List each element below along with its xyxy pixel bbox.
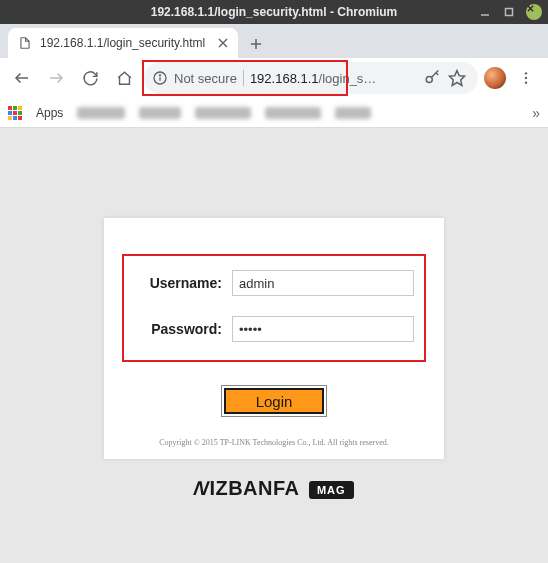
username-row: Username: [134, 270, 414, 296]
tab-strip: 192.168.1.1/login_security.html [0, 24, 548, 58]
back-button[interactable] [8, 64, 36, 92]
brand-tag: MAG [309, 481, 354, 499]
bookmark-item[interactable] [195, 107, 251, 119]
page-viewport: Username: Password: Login Copyright © 20… [0, 128, 548, 563]
tab-title: 192.168.1.1/login_security.html [40, 36, 210, 50]
svg-point-19 [525, 81, 527, 83]
close-button[interactable] [526, 4, 542, 20]
username-input[interactable] [232, 270, 414, 296]
svg-point-12 [159, 75, 160, 76]
bookmark-item[interactable] [335, 107, 371, 119]
key-icon[interactable] [424, 69, 442, 87]
login-button[interactable]: Login [224, 388, 324, 414]
window-title: 192.168.1.1/login_security.html - Chromi… [151, 5, 398, 19]
svg-rect-1 [506, 9, 513, 16]
omnibox-divider [243, 70, 244, 86]
bookmarks-bar: Apps » [0, 98, 548, 128]
browser-menu-button[interactable] [512, 64, 540, 92]
browser-chrome: 192.168.1.1/login_security.html [0, 24, 548, 128]
tab-close-icon[interactable] [218, 38, 228, 48]
security-label: Not secure [174, 71, 237, 86]
bookmark-item[interactable] [265, 107, 321, 119]
bookmark-star-icon[interactable] [448, 69, 466, 87]
address-bar[interactable]: Not secure 192.168.1.1/login_s… [144, 62, 478, 94]
svg-line-15 [436, 73, 438, 75]
bookmark-item[interactable] [139, 107, 181, 119]
svg-point-17 [525, 72, 527, 74]
url-path: /login_s… [319, 71, 377, 86]
login-panel: Username: Password: Login Copyright © 20… [104, 218, 444, 459]
url-host: 192.168.1.1 [250, 71, 319, 86]
bookmark-overflow-icon[interactable]: » [532, 105, 540, 121]
footer-logo: NIZBANFA MAG [104, 477, 444, 500]
profile-avatar[interactable] [484, 67, 506, 89]
apps-label[interactable]: Apps [36, 106, 63, 120]
forward-button[interactable] [42, 64, 70, 92]
site-info-icon[interactable] [152, 70, 168, 86]
page-icon [18, 36, 32, 50]
copyright-text: Copyright © 2015 TP-LINK Technologies Co… [122, 438, 426, 447]
password-label: Password: [134, 321, 222, 337]
password-row: Password: [134, 316, 414, 342]
maximize-button[interactable] [502, 5, 516, 19]
new-tab-button[interactable] [242, 30, 270, 58]
window-titlebar: 192.168.1.1/login_security.html - Chromi… [0, 0, 548, 24]
url-text: 192.168.1.1/login_s… [250, 71, 418, 86]
svg-marker-16 [450, 71, 465, 86]
apps-icon[interactable] [8, 106, 22, 120]
svg-point-18 [525, 77, 527, 79]
username-label: Username: [134, 275, 222, 291]
bookmark-item[interactable] [77, 107, 125, 119]
browser-toolbar: Not secure 192.168.1.1/login_s… [0, 58, 548, 98]
window-controls [478, 4, 542, 20]
password-input[interactable] [232, 316, 414, 342]
home-button[interactable] [110, 64, 138, 92]
browser-tab[interactable]: 192.168.1.1/login_security.html [8, 28, 238, 58]
reload-button[interactable] [76, 64, 104, 92]
minimize-button[interactable] [478, 5, 492, 19]
form-highlight-annotation: Username: Password: [122, 254, 426, 362]
brand-main: IZBANFA [209, 477, 298, 499]
svg-point-13 [426, 77, 432, 83]
